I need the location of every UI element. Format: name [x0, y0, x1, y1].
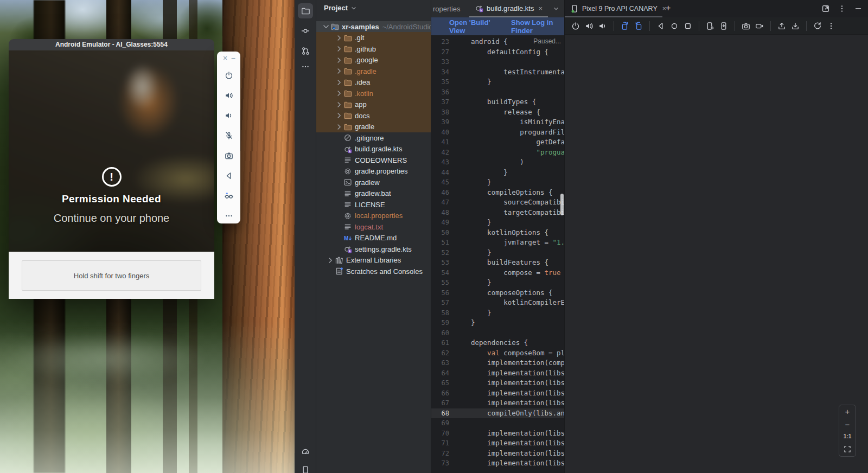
zoom-actual-size-button[interactable]: 1:1 [844, 433, 851, 439]
tree-item-gradlew[interactable]: gradlew [316, 177, 431, 188]
mic-off-button[interactable] [225, 125, 233, 145]
code-line-73: 73 implementation(libs.andr [431, 458, 564, 469]
show-log-in-finder-link[interactable]: Show Log in Finder [511, 18, 564, 35]
overview-button[interactable] [684, 22, 692, 30]
tree-item-local-properties[interactable]: local.properties [316, 210, 431, 221]
chevron-down-icon [350, 4, 358, 12]
new-device-tab-button[interactable]: + [666, 3, 671, 13]
tree-item-docs[interactable]: docs [316, 110, 431, 122]
tree-item-label: logcat.txt [355, 223, 383, 231]
tree-item--idea[interactable]: .idea [316, 76, 431, 88]
chevron-down-icon[interactable] [322, 22, 330, 31]
tree-item-scratches-and-consoles[interactable]: Scratches and Consoles [316, 266, 431, 277]
tree-item-readme-md[interactable]: MREADME.md [316, 232, 431, 244]
rotate-left-button[interactable] [621, 22, 629, 30]
zoom-out-button[interactable]: − [845, 421, 850, 429]
device-snapshot-button[interactable] [719, 22, 728, 30]
tree-item-codeowners[interactable]: CODEOWNERS [316, 155, 431, 166]
minimize-icon[interactable]: − [231, 54, 235, 62]
chevron-right-icon[interactable] [335, 34, 343, 42]
back-button[interactable] [656, 22, 665, 30]
power-button[interactable] [571, 22, 580, 30]
minimize-button[interactable] [854, 4, 863, 13]
code-editor[interactable]: roperties k build.gradle.kts × Open 'Bui… [431, 0, 564, 473]
tree-item-gradle[interactable]: gradle [316, 121, 431, 132]
open-in-window-button[interactable] [821, 4, 830, 13]
code-line-63: 63 implementation(composeBo [431, 358, 564, 368]
zoom-in-button[interactable]: + [845, 408, 850, 416]
fit-screen-icon[interactable] [843, 445, 852, 453]
folder-icon [343, 123, 352, 131]
power-button[interactable] [225, 65, 233, 85]
chevron-right-icon[interactable] [335, 56, 343, 65]
download-button[interactable] [791, 22, 800, 30]
tree-item-build-gradle-kts[interactable]: kbuild.gradle.kts [316, 143, 431, 155]
chevron-right-icon[interactable] [335, 78, 343, 87]
rotate-right-button[interactable] [634, 22, 643, 30]
tab-build-gradle-kts[interactable]: k build.gradle.kts × [469, 0, 548, 17]
stripe-project-folder-button[interactable] [298, 3, 313, 18]
stripe-device-button[interactable] [298, 462, 313, 473]
chevron-right-icon[interactable] [335, 67, 343, 75]
code-line-62: 62 val composeBom = platfor [431, 348, 564, 359]
chevron-right-icon[interactable] [326, 256, 335, 265]
volume-up-button[interactable] [585, 22, 593, 30]
screenshot-button[interactable] [742, 22, 750, 30]
code-area[interactable]: 23android {27 defaultConfig {3334 testIn… [431, 37, 564, 473]
back-button[interactable] [225, 165, 233, 186]
device-settings-button[interactable] [706, 22, 714, 30]
stripe-pull-request-button[interactable] [298, 43, 313, 59]
camera-button[interactable] [225, 145, 233, 165]
more-vertical-button[interactable] [838, 4, 846, 13]
code-line-61: 61dependencies { [431, 338, 564, 348]
chevron-right-icon[interactable] [335, 100, 343, 109]
tab-gradle-properties[interactable]: roperties [433, 0, 461, 17]
tree-item--github[interactable]: .github [316, 43, 431, 55]
stripe-profiler-button[interactable] [298, 444, 313, 459]
chevron-down-icon[interactable] [552, 5, 560, 12]
tree-item--kotlin[interactable]: .kotlin [316, 88, 431, 99]
tree-item-settings-gradle-kts[interactable]: ksettings.gradle.kts [316, 244, 431, 255]
toolbar-separator [735, 21, 735, 31]
glasses-button[interactable] [225, 186, 233, 206]
screen-record-button[interactable] [755, 22, 764, 30]
chevron-right-icon[interactable] [335, 89, 343, 98]
open-build-view-link[interactable]: Open 'Build' View [449, 18, 497, 35]
chevron-right-icon[interactable] [335, 44, 343, 53]
line-number: 44 [431, 168, 449, 178]
line-number: 62 [431, 348, 449, 359]
upload-button[interactable] [777, 22, 786, 30]
code-line-39: 39 isMinifyEnabled [431, 117, 564, 127]
emulator-screen[interactable]: ! Permission Needed Continue on your pho… [9, 50, 214, 252]
close-icon[interactable]: × [223, 54, 227, 62]
tree-item--google[interactable]: .google [316, 54, 431, 66]
tree-item-gradlew-bat[interactable]: gradlew.bat [316, 188, 431, 199]
home-button[interactable] [670, 22, 679, 30]
tree-item-license[interactable]: LICENSE [316, 199, 431, 210]
line-number: 40 [431, 127, 449, 138]
more-vertical-button[interactable] [827, 22, 835, 30]
stripe-more-button[interactable] [298, 59, 313, 74]
tree-item--gitignore[interactable]: .gitignore [316, 132, 431, 144]
tree-root-xr-samples[interactable]: xr-samples~/AndroidStudioProj [316, 21, 431, 33]
chevron-right-icon[interactable] [335, 123, 343, 131]
emulator-title-bar[interactable]: Android Emulator - AI_Glasses:5554 [9, 39, 214, 50]
volume-down-button[interactable] [598, 22, 607, 30]
tree-item--gradle[interactable]: .gradle [316, 66, 431, 77]
tree-item-logcat-txt[interactable]: logcat.txt [316, 221, 431, 233]
project-panel-header[interactable]: Project [324, 4, 358, 12]
reset-button[interactable] [813, 22, 822, 30]
tree-item--git[interactable]: .git [316, 32, 431, 43]
device-tab-pixel-9-pro[interactable]: Pixel 9 Pro API CANARY × [570, 0, 666, 17]
tree-item-external-libraries[interactable]: External Libraries [316, 254, 431, 266]
more-button[interactable] [225, 206, 233, 226]
tree-item-app[interactable]: app [316, 99, 431, 110]
volume-up-button[interactable] [225, 85, 233, 105]
chevron-right-icon[interactable] [335, 111, 343, 120]
tree-item-gradle-properties[interactable]: gradle.properties [316, 165, 431, 177]
close-icon[interactable]: × [538, 4, 542, 12]
stripe-commit-button[interactable] [298, 23, 313, 39]
exclamation-circle-icon: ! [102, 167, 122, 187]
editor-scrollbar[interactable] [560, 194, 564, 215]
volume-down-button[interactable] [225, 105, 233, 125]
